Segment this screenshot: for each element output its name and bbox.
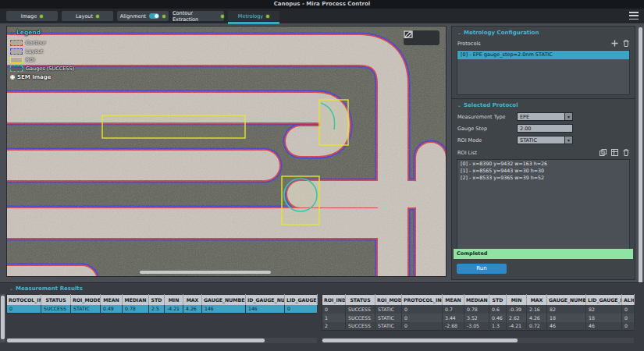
legend-sem-image-toggle[interactable]: SEM Image	[10, 74, 96, 80]
table-cell: SUCCESS	[41, 305, 71, 314]
hamburger-menu-icon[interactable]	[629, 12, 639, 20]
protocol-list-item[interactable]: [0] - EPE gauge_step=2.0nm STATIC	[457, 51, 629, 59]
tab-status-dot	[40, 15, 43, 18]
table-row[interactable]: 2SUCCESSSTATIC0-2.68-3.051.3-4.210.72464…	[322, 322, 635, 331]
measurement-type-select[interactable]: EPE	[517, 112, 573, 121]
roi-list-item[interactable]: [2] - x=8533 y=9365 w=39 h=52	[457, 174, 629, 181]
column-header[interactable]: MEDIAN	[464, 295, 489, 305]
tab-metrology[interactable]: Metrology	[228, 11, 279, 21]
table-cell: 0	[402, 305, 443, 314]
legend-title: ⌄Legend	[10, 29, 96, 36]
add-protocol-button[interactable]	[611, 40, 618, 47]
table-cell: 0	[402, 314, 443, 322]
table-cell: 2	[322, 322, 346, 331]
legend-item-label: Contour	[26, 40, 46, 46]
table-cell: 18	[586, 314, 622, 322]
alignment-toggle[interactable]	[149, 13, 159, 19]
selected-protocol-title[interactable]: ⌄Selected Protocol	[452, 99, 635, 111]
tab-alignment[interactable]: Alignment	[117, 11, 169, 21]
tab-label: Layout	[76, 13, 93, 20]
delete-protocol-button[interactable]	[623, 40, 629, 47]
legend-swatch-icon	[10, 48, 23, 55]
import-roi-button[interactable]	[611, 149, 618, 156]
table-row[interactable]: 0SUCCESSSTATIC0.490.782.5-4.214.26146146…	[7, 305, 318, 314]
table-cell: 4.26	[527, 314, 547, 322]
toolbar: ImageLayoutAlignmentContour ExtractionMe…	[0, 9, 644, 23]
tab-label: Alignment	[120, 13, 146, 20]
legend-item-label: Layout	[26, 48, 43, 55]
table-cell: 0.78	[123, 305, 149, 314]
field-row: ROI ModeSTATIC	[452, 134, 635, 146]
table-cell: STATIC	[375, 314, 402, 322]
legend-item: ROI	[10, 55, 96, 64]
tab-contour-extraction[interactable]: Contour Extraction	[173, 11, 224, 21]
column-header[interactable]: ID_GAUGE_NUMB	[246, 295, 285, 305]
table-cell: STATIC	[375, 322, 402, 331]
column-header[interactable]: LID_GAUGE_NUM	[285, 295, 318, 305]
roi-mode-select[interactable]: STATIC	[517, 136, 573, 144]
column-header[interactable]: MEDIAN	[123, 295, 149, 305]
viewer-toolbar	[404, 30, 439, 45]
tab-layout[interactable]: Layout	[62, 11, 113, 21]
table-cell: -3.05	[464, 322, 489, 331]
table-row[interactable]: 0SUCCESSSTATIC00.70.780.6-0.392.1682820	[322, 305, 635, 314]
delete-roi-button[interactable]	[623, 149, 629, 156]
gauge-step-input[interactable]: 2.00	[517, 124, 573, 133]
table-header-row: ROTOCOL_INDE ▾STATUSROI_MODEMEANMEDIANST…	[7, 295, 318, 305]
edit-button[interactable]	[423, 33, 436, 43]
column-header[interactable]: ROI_MODE	[71, 295, 101, 305]
roi-list-item[interactable]: [0] - x=8390 y=9432 w=163 h=26	[457, 160, 629, 167]
table-cell: -4.21	[165, 305, 183, 314]
table-cell: 1.3	[489, 322, 507, 331]
roi-list-item[interactable]: [1] - x=8565 y=9443 w=30 h=30	[457, 167, 629, 174]
column-header[interactable]: MIN	[165, 295, 183, 305]
column-header[interactable]: STATUS	[346, 295, 375, 305]
metrology-config-panel: ⌄Metrology Configuration Protocols [0] -…	[451, 26, 635, 280]
column-header[interactable]: ALIC	[622, 295, 635, 305]
tab-label: Metrology	[238, 13, 263, 20]
column-header[interactable]: MEAN	[443, 295, 464, 305]
column-header[interactable]: GAUGE_NUMBER	[547, 295, 586, 305]
field-row: Gauge Step2.00	[452, 122, 635, 134]
left-table-vertical-scrollbar[interactable]	[1, 296, 5, 339]
field-label: Measurement Type	[457, 114, 517, 120]
table-cell: 1	[322, 314, 346, 322]
column-header[interactable]: ROI_INDEX ▾	[322, 295, 346, 305]
column-header[interactable]: MAX	[527, 295, 547, 305]
right-table-horizontal-scrollbar[interactable]	[322, 339, 518, 342]
table-cell: 2.5	[149, 305, 165, 314]
column-header[interactable]: PROTOCOL_INDEX	[402, 295, 443, 305]
table-cell: 46	[547, 322, 586, 331]
table-cell: SUCCESS	[346, 322, 375, 331]
left-table-horizontal-scrollbar[interactable]	[7, 339, 265, 342]
column-header[interactable]: MAX	[183, 295, 202, 305]
table-cell: 0.78	[464, 305, 489, 314]
column-header[interactable]: MEAN	[101, 295, 123, 305]
column-header[interactable]: STD	[489, 295, 507, 305]
tab-status-dot	[96, 15, 99, 18]
column-header[interactable]: GAUGE_NUMBER	[202, 295, 246, 305]
sem-image-viewport[interactable]: ⌄Legend ContourLayoutROIGauges (SUCCESS)…	[6, 26, 447, 277]
column-header[interactable]: MIN	[507, 295, 527, 305]
column-header[interactable]: ROTOCOL_INDE ▾	[7, 295, 41, 305]
run-button[interactable]: Run	[457, 264, 507, 274]
pencil-icon	[404, 30, 413, 39]
table-cell: 82	[586, 305, 622, 314]
column-header[interactable]: ROI_MODE	[375, 295, 402, 305]
table-cell: -2.68	[443, 322, 464, 331]
roi-list-label: ROI List	[457, 150, 477, 156]
table-cell: -4.21	[507, 322, 527, 331]
table-cell: 0	[622, 314, 635, 322]
column-header[interactable]: STD	[149, 295, 165, 305]
copy-roi-button[interactable]	[600, 149, 607, 156]
column-header[interactable]: STATUS	[41, 295, 71, 305]
table-row[interactable]: 1SUCCESSSTATIC03.443.520.462.624.2618180	[322, 314, 635, 322]
tab-image[interactable]: Image	[6, 11, 58, 21]
table-cell: -0.39	[507, 305, 527, 314]
results-section-title[interactable]: ⌄Measurement Results	[0, 283, 644, 293]
viewer-horizontal-scrollbar[interactable]	[140, 271, 271, 274]
trash-icon	[623, 40, 629, 47]
tab-label: Image	[21, 13, 37, 20]
column-header[interactable]: LID_GAUGE_NUMB	[586, 295, 622, 305]
config-section-title[interactable]: ⌄Metrology Configuration	[452, 27, 635, 38]
